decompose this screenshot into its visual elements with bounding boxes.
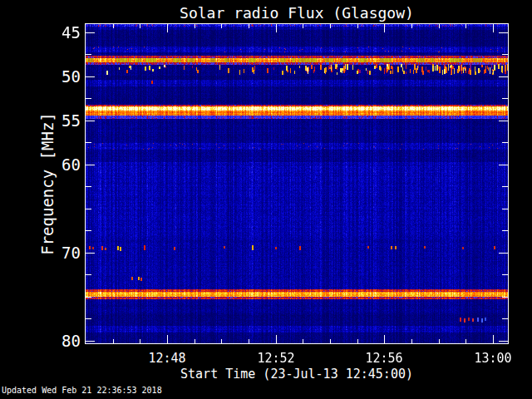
x-tick <box>167 335 168 343</box>
x-tick-label: 13:00 <box>460 351 526 366</box>
x-minor-tick <box>113 339 114 343</box>
plot-area <box>85 23 509 344</box>
x-minor-tick <box>357 24 358 28</box>
x-minor-tick <box>357 339 358 343</box>
x-minor-tick <box>303 24 303 28</box>
x-minor-tick <box>411 24 412 28</box>
x-tick-label: 12:52 <box>243 351 309 366</box>
x-minor-tick <box>330 339 331 343</box>
y-minor-tick <box>502 297 508 298</box>
x-minor-tick <box>140 339 140 343</box>
y-tick <box>499 121 508 121</box>
x-minor-tick <box>466 339 466 343</box>
y-tick-label: 70 <box>44 244 81 262</box>
y-tick <box>86 76 95 77</box>
y-minor-tick <box>86 186 91 187</box>
y-minor-tick <box>86 230 91 231</box>
updated-timestamp: Updated Wed Feb 21 22:36:53 2018 <box>2 386 162 395</box>
spectrogram-canvas <box>86 24 508 343</box>
x-tick <box>493 335 494 343</box>
x-minor-tick <box>113 24 114 28</box>
y-minor-tick <box>502 209 508 209</box>
y-minor-tick <box>86 318 91 319</box>
y-minor-tick <box>86 297 91 298</box>
x-minor-tick <box>439 339 440 343</box>
x-minor-tick <box>140 24 140 28</box>
x-minor-tick <box>195 339 195 343</box>
y-tick <box>499 341 508 342</box>
x-axis-title: Start Time (23-Jul-13 12:45:00) <box>86 367 508 382</box>
x-minor-tick <box>330 24 331 28</box>
y-minor-tick <box>502 230 508 231</box>
x-minor-tick <box>439 24 440 28</box>
y-minor-tick <box>502 186 508 187</box>
y-minor-tick <box>86 98 91 99</box>
y-minor-tick <box>502 54 508 55</box>
y-minor-tick <box>86 142 91 143</box>
y-tick <box>499 76 508 77</box>
y-tick-label: 55 <box>44 111 81 130</box>
y-minor-tick <box>502 142 508 143</box>
x-tick <box>167 24 168 32</box>
x-minor-tick <box>466 24 466 28</box>
x-tick <box>493 24 494 32</box>
x-minor-tick <box>249 24 249 28</box>
y-minor-tick <box>502 274 508 275</box>
x-tick <box>384 335 385 343</box>
x-tick <box>384 24 385 32</box>
chart-title: Solar radio Flux (Glasgow) <box>86 4 508 22</box>
y-tick <box>86 121 95 121</box>
y-tick-label: 80 <box>44 332 81 350</box>
y-tick-label: 60 <box>44 155 81 174</box>
y-minor-tick <box>502 98 508 99</box>
y-tick <box>499 165 508 165</box>
x-minor-tick <box>303 339 303 343</box>
y-tick <box>499 253 508 254</box>
y-tick <box>499 32 508 33</box>
y-minor-tick <box>502 318 508 319</box>
y-tick <box>86 165 95 165</box>
x-minor-tick <box>195 24 195 28</box>
x-tick-label: 12:48 <box>134 351 200 366</box>
y-minor-tick <box>86 274 91 275</box>
x-minor-tick <box>221 24 222 28</box>
x-tick <box>276 335 277 343</box>
y-tick-label: 45 <box>44 23 81 42</box>
y-tick <box>86 341 95 342</box>
x-minor-tick <box>411 339 412 343</box>
x-minor-tick <box>249 339 249 343</box>
x-tick <box>276 24 277 32</box>
y-tick <box>86 253 95 254</box>
y-tick-label: 50 <box>44 67 81 86</box>
y-minor-tick <box>86 54 91 55</box>
x-tick-label: 12:56 <box>351 351 417 366</box>
x-minor-tick <box>221 339 222 343</box>
y-minor-tick <box>86 209 91 209</box>
y-tick <box>86 32 95 33</box>
